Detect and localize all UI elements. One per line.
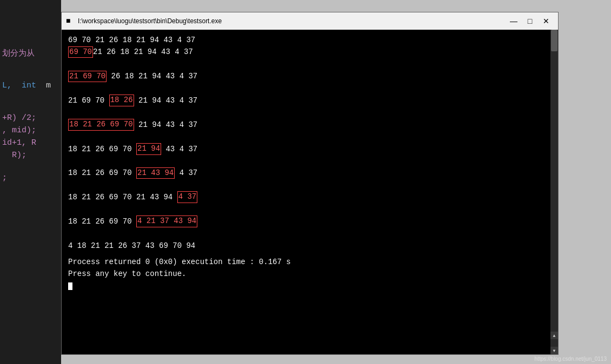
cursor-blink <box>68 282 72 290</box>
maximize-button[interactable]: □ <box>522 15 537 27</box>
terminal-output: 69 70 21 26 18 21 94 43 4 37 69 7021 26 … <box>68 34 552 292</box>
code-text: 划分为从 <box>2 49 35 58</box>
code-text: ; <box>2 173 7 183</box>
output-blank-8 <box>68 227 544 239</box>
output-line-5: 18 21 26 69 70 21 94 43 4 37 <box>68 119 544 131</box>
output-line-3: 21 69 70 26 18 21 94 43 4 37 <box>68 70 544 82</box>
scrollbar-thumb[interactable] <box>551 30 557 51</box>
window-controls[interactable]: — □ ✕ <box>506 15 554 27</box>
code-text: , mid); <box>2 126 36 135</box>
output-line-4: 21 69 70 18 26 21 94 43 4 37 <box>68 95 544 106</box>
output-blank-5 <box>68 155 544 167</box>
code-text: int <box>22 81 36 90</box>
minimize-button[interactable]: — <box>506 15 521 27</box>
code-panel: 划分为从 L, int m +R) /2; , mid); id+1, R R)… <box>0 0 61 364</box>
terminal-window: ■ I:\workspace\luogu\testsort\bin\Debug\… <box>61 12 559 355</box>
code-text: m <box>41 81 51 90</box>
output-line-2: 69 7021 26 18 21 94 43 4 37 <box>68 46 544 58</box>
process-status: Process returned 0 (0x0) execution time … <box>68 256 544 292</box>
output-blank-1 <box>68 58 544 70</box>
output-blank-2 <box>68 83 544 95</box>
scroll-up-arrow[interactable]: ▲ <box>550 332 558 339</box>
code-text: +R) /2; <box>2 113 36 123</box>
cursor-line <box>68 280 544 292</box>
output-blank-6 <box>68 179 544 191</box>
scroll-down-arrow[interactable]: ▼ <box>550 347 558 354</box>
code-text: L, <box>2 81 17 90</box>
output-line-10: 4 18 21 21 26 37 43 69 70 94 <box>68 240 544 252</box>
code-text: id+1, R <box>2 138 36 147</box>
terminal-body: 69 70 21 26 18 21 94 43 4 37 69 7021 26 … <box>62 30 558 354</box>
output-blank-3 <box>68 106 544 118</box>
output-line-7: 18 21 26 69 70 21 43 94 4 37 <box>68 167 544 179</box>
output-line-1: 69 70 21 26 18 21 94 43 4 37 <box>68 34 544 46</box>
status-line-2: Press any key to continue. <box>68 268 544 280</box>
output-line-9: 18 21 26 69 70 4 21 37 43 94 <box>68 215 544 227</box>
watermark: https://blog.csdn.net/jun_0113 <box>535 356 607 362</box>
app-icon: ■ <box>66 17 75 25</box>
scrollbar[interactable]: ▲ ▼ <box>550 30 558 354</box>
status-line-1: Process returned 0 (0x0) execution time … <box>68 256 544 268</box>
output-line-8: 18 21 26 69 70 21 43 94 4 37 <box>68 191 544 203</box>
output-blank-7 <box>68 203 544 215</box>
output-blank-4 <box>68 131 544 143</box>
output-line-6: 18 21 26 69 70 21 94 43 4 37 <box>68 143 544 155</box>
code-text: R); <box>2 151 26 160</box>
close-button[interactable]: ✕ <box>539 15 554 27</box>
title-bar: ■ I:\workspace\luogu\testsort\bin\Debug\… <box>62 12 558 30</box>
window-title: I:\workspace\luogu\testsort\bin\Debug\te… <box>78 17 506 25</box>
